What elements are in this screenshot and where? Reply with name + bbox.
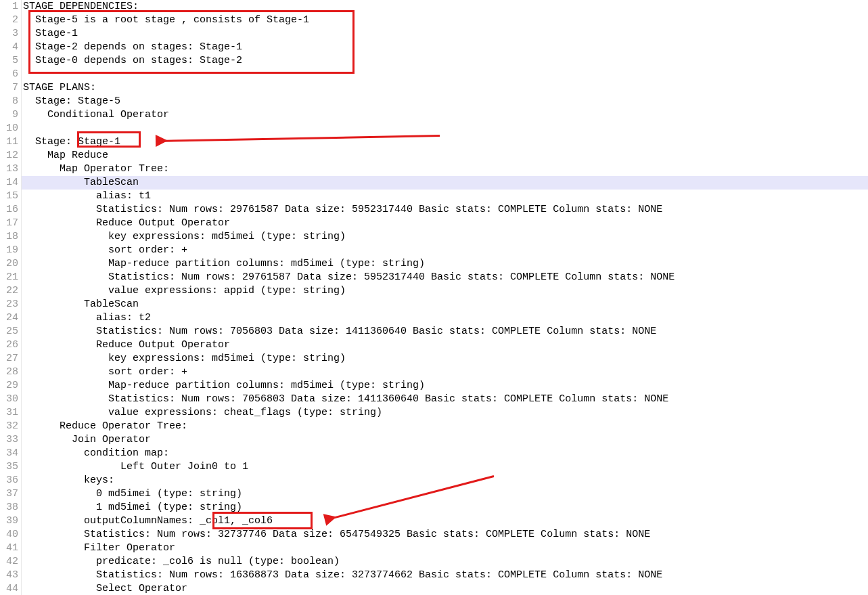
- code-line[interactable]: Statistics: Num rows: 29761587 Data size…: [22, 203, 868, 217]
- line-number: 8: [0, 95, 18, 108]
- code-line[interactable]: Stage: Stage-5: [22, 95, 868, 108]
- code-line[interactable]: [22, 68, 868, 81]
- line-number: 5: [0, 54, 18, 68]
- line-number: 2: [0, 14, 18, 27]
- line-number: 22: [0, 284, 18, 298]
- code-line[interactable]: Statistics: Num rows: 7056803 Data size:…: [22, 393, 868, 406]
- line-number: 9: [0, 108, 18, 122]
- code-line[interactable]: predicate: _col6 is null (type: boolean): [22, 555, 868, 569]
- code-line[interactable]: Stage-1: [22, 27, 868, 41]
- line-number: 6: [0, 68, 18, 81]
- code-line[interactable]: 1 md5imei (type: string): [22, 501, 868, 514]
- line-number: 16: [0, 203, 18, 217]
- line-number: 29: [0, 379, 18, 393]
- line-number: 32: [0, 420, 18, 433]
- code-line[interactable]: Map Operator Tree:: [22, 162, 868, 176]
- line-number: 1: [0, 0, 18, 14]
- line-number: 23: [0, 298, 18, 311]
- code-line[interactable]: alias: t1: [22, 190, 868, 203]
- line-number: 44: [0, 582, 18, 595]
- code-line[interactable]: key expressions: md5imei (type: string): [22, 352, 868, 366]
- code-line[interactable]: Reduce Output Operator: [22, 338, 868, 352]
- code-line[interactable]: [22, 122, 868, 135]
- line-number: 25: [0, 325, 18, 338]
- code-line[interactable]: sort order: +: [22, 366, 868, 379]
- code-line[interactable]: Reduce Output Operator: [22, 217, 868, 230]
- code-line[interactable]: Reduce Operator Tree:: [22, 420, 868, 433]
- code-editor: 1234567891011121314151617181920212223242…: [0, 0, 868, 595]
- code-line[interactable]: sort order: +: [22, 244, 868, 257]
- line-number: 13: [0, 162, 18, 176]
- line-number: 35: [0, 460, 18, 474]
- line-number: 39: [0, 514, 18, 528]
- code-line[interactable]: Statistics: Num rows: 16368873 Data size…: [22, 569, 868, 582]
- code-line[interactable]: alias: t2: [22, 311, 868, 325]
- line-number: 15: [0, 190, 18, 203]
- code-line[interactable]: key expressions: md5imei (type: string): [22, 230, 868, 244]
- line-number: 3: [0, 27, 18, 41]
- line-number: 41: [0, 542, 18, 555]
- code-line[interactable]: TableScan: [22, 298, 868, 311]
- code-area[interactable]: STAGE DEPENDENCIES: Stage-5 is a root st…: [22, 0, 868, 595]
- code-line[interactable]: Stage-5 is a root stage , consists of St…: [22, 14, 868, 27]
- code-line[interactable]: STAGE PLANS:: [22, 81, 868, 95]
- line-number: 27: [0, 352, 18, 366]
- code-line[interactable]: Statistics: Num rows: 7056803 Data size:…: [22, 325, 868, 338]
- line-number: 18: [0, 230, 18, 244]
- line-number: 10: [0, 122, 18, 135]
- line-number: 43: [0, 569, 18, 582]
- line-number: 36: [0, 474, 18, 487]
- line-number: 30: [0, 393, 18, 406]
- code-line[interactable]: Conditional Operator: [22, 108, 868, 122]
- line-number: 17: [0, 217, 18, 230]
- line-number: 40: [0, 528, 18, 542]
- code-line[interactable]: Map Reduce: [22, 149, 868, 162]
- code-line[interactable]: Select Operator: [22, 582, 868, 595]
- line-number: 31: [0, 406, 18, 420]
- line-number: 12: [0, 149, 18, 162]
- code-line[interactable]: Stage: Stage-1: [22, 135, 868, 149]
- code-line[interactable]: outputColumnNames: _col1, _col6: [22, 514, 868, 528]
- code-line[interactable]: TableScan: [22, 176, 868, 190]
- code-line[interactable]: Filter Operator: [22, 542, 868, 555]
- line-number: 34: [0, 447, 18, 460]
- line-number: 21: [0, 271, 18, 284]
- code-line[interactable]: Join Operator: [22, 433, 868, 447]
- line-number: 20: [0, 257, 18, 271]
- code-line[interactable]: keys:: [22, 474, 868, 487]
- line-number: 19: [0, 244, 18, 257]
- code-line[interactable]: Map-reduce partition columns: md5imei (t…: [22, 379, 868, 393]
- code-line[interactable]: Left Outer Join0 to 1: [22, 460, 868, 474]
- line-number: 28: [0, 366, 18, 379]
- code-line[interactable]: 0 md5imei (type: string): [22, 487, 868, 501]
- line-number: 4: [0, 41, 18, 54]
- line-number: 37: [0, 487, 18, 501]
- line-number: 14: [0, 176, 18, 190]
- line-number: 26: [0, 338, 18, 352]
- code-line[interactable]: value expressions: cheat_flags (type: st…: [22, 406, 868, 420]
- code-line[interactable]: Stage-0 depends on stages: Stage-2: [22, 54, 868, 68]
- code-line[interactable]: Statistics: Num rows: 29761587 Data size…: [22, 271, 868, 284]
- code-line[interactable]: condition map:: [22, 447, 868, 460]
- line-number: 24: [0, 311, 18, 325]
- line-number: 33: [0, 433, 18, 447]
- line-number: 7: [0, 81, 18, 95]
- code-line[interactable]: value expressions: appid (type: string): [22, 284, 868, 298]
- code-line[interactable]: Statistics: Num rows: 32737746 Data size…: [22, 528, 868, 542]
- line-number-gutter: 1234567891011121314151617181920212223242…: [0, 0, 22, 595]
- code-line[interactable]: Map-reduce partition columns: md5imei (t…: [22, 257, 868, 271]
- line-number: 38: [0, 501, 18, 514]
- code-line[interactable]: Stage-2 depends on stages: Stage-1: [22, 41, 868, 54]
- line-number: 42: [0, 555, 18, 569]
- line-number: 11: [0, 135, 18, 149]
- code-line[interactable]: STAGE DEPENDENCIES:: [22, 0, 868, 14]
